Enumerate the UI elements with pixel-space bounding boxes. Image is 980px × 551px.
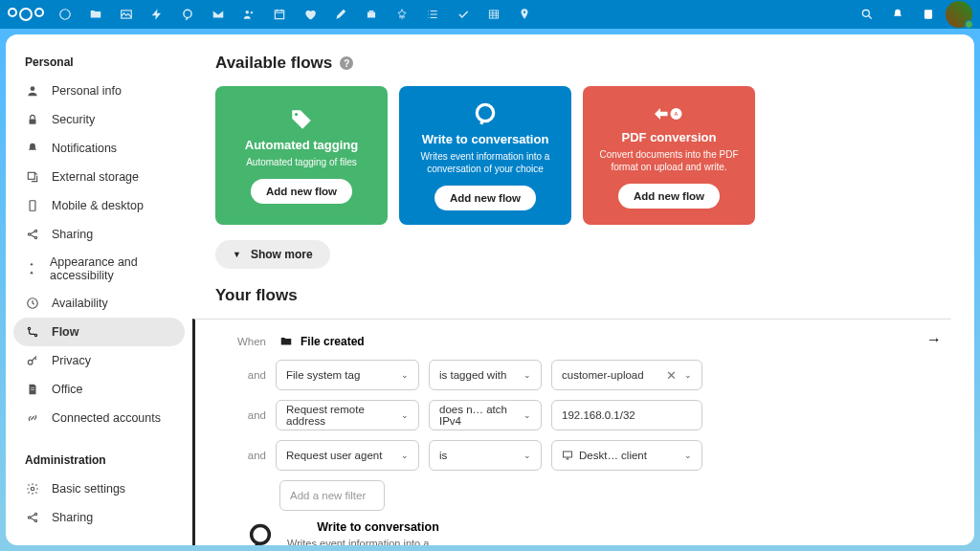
top-bar: [0, 0, 980, 29]
condition-row: and File system tag⌄ is tagged with⌄ cus…: [234, 360, 932, 390]
condition-field-select[interactable]: Request remote address⌄: [276, 400, 419, 430]
svg-point-11: [31, 86, 35, 91]
flow-icon: [25, 324, 40, 340]
svg-rect-23: [31, 387, 34, 388]
tag-icon: [289, 107, 314, 132]
sidebar-item-availability[interactable]: Availability: [13, 289, 185, 318]
contacts-icon[interactable]: [234, 0, 264, 29]
share-icon: [25, 227, 40, 242]
mobile-icon: [25, 198, 40, 213]
condition-value-input[interactable]: 192.168.0.1/32: [551, 400, 702, 430]
forms-icon[interactable]: [387, 0, 417, 29]
condition-op-select[interactable]: is tagged with⌄: [429, 360, 542, 390]
flow-card-write-conversation: Write to conversation Writes event infor…: [399, 86, 571, 225]
document-icon: [25, 382, 40, 397]
user-avatar[interactable]: [946, 1, 972, 28]
list-icon[interactable]: [417, 0, 448, 29]
condition-field-select[interactable]: File system tag⌄: [276, 360, 419, 390]
folder-icon: [279, 335, 293, 348]
svg-rect-10: [924, 10, 932, 18]
condition-field-select[interactable]: Request user agent⌄: [276, 440, 419, 471]
svg-rect-12: [30, 119, 36, 123]
svg-point-15: [28, 233, 30, 235]
notifications-icon[interactable]: [884, 1, 911, 28]
settings-sidebar: Personal Personal info Security Notifica…: [6, 34, 192, 545]
condition-op-select[interactable]: does n… atch IPv4⌄: [429, 400, 542, 430]
svg-point-20: [28, 327, 30, 329]
trigger-file-created: File created: [279, 335, 365, 348]
notes-icon[interactable]: [325, 0, 356, 29]
svg-point-21: [34, 334, 36, 336]
sidebar-item-appearance[interactable]: Appearance and accessibility: [13, 249, 185, 289]
svg-point-0: [60, 10, 71, 20]
activity-icon[interactable]: [142, 0, 172, 29]
svg-point-25: [31, 487, 34, 491]
mail-icon[interactable]: [203, 0, 234, 29]
talk-icon: [473, 101, 498, 126]
main-content: Available flows? Automated tagging Autom…: [192, 34, 974, 545]
svg-point-2: [184, 10, 191, 17]
accessibility-icon: [25, 261, 38, 276]
sidebar-item-notifications[interactable]: Notifications: [13, 134, 185, 163]
svg-point-18: [31, 263, 33, 265]
calendar-icon[interactable]: [264, 0, 295, 29]
svg-point-34: [252, 526, 270, 544]
chevron-down-icon: ⌄: [523, 451, 531, 460]
sidebar-item-connected[interactable]: Connected accounts: [13, 404, 185, 432]
sidebar-item-basic-settings[interactable]: Basic settings: [13, 474, 185, 503]
bell-icon: [25, 141, 40, 156]
svg-point-22: [28, 360, 33, 364]
sidebar-item-admin-sharing[interactable]: Sharing: [13, 503, 185, 532]
search-icon[interactable]: [854, 1, 880, 28]
chevron-down-icon: ⌄: [684, 451, 692, 460]
show-more-button[interactable]: ▼Show more: [215, 240, 330, 269]
clear-icon[interactable]: ✕: [666, 368, 677, 383]
sidebar-item-office[interactable]: Office: [13, 375, 185, 404]
logo[interactable]: [8, 8, 44, 21]
app-nav: [50, 0, 540, 29]
arrow-right-icon[interactable]: →: [926, 331, 942, 348]
sidebar-item-mobile[interactable]: Mobile & desktop: [13, 191, 185, 220]
tables-icon[interactable]: [479, 0, 509, 29]
tasks-icon[interactable]: [448, 0, 479, 29]
svg-point-26: [28, 517, 30, 518]
help-icon[interactable]: ?: [340, 56, 353, 70]
sidebar-item-personal-info[interactable]: Personal info: [13, 77, 185, 105]
condition-op-select[interactable]: is⌄: [429, 440, 542, 471]
available-flows-heading: Available flows?: [215, 54, 951, 73]
contacts-menu-icon[interactable]: [915, 1, 942, 28]
dashboard-icon[interactable]: [50, 0, 80, 29]
lock-icon: [25, 112, 40, 127]
svg-rect-24: [31, 389, 34, 390]
condition-value-select[interactable]: Deskt… client⌄: [551, 440, 702, 471]
add-flow-button[interactable]: Add new flow: [251, 179, 352, 204]
gear-icon: [25, 481, 40, 496]
svg-point-16: [34, 230, 36, 231]
user-icon: [25, 83, 40, 99]
photos-icon[interactable]: [111, 0, 142, 29]
svg-rect-6: [368, 12, 375, 18]
svg-point-3: [246, 11, 250, 13]
add-flow-button[interactable]: Add new flow: [618, 184, 720, 209]
sidebar-item-external-storage[interactable]: External storage: [13, 163, 185, 191]
chevron-down-icon: ▼: [233, 250, 241, 259]
chevron-down-icon: ⌄: [401, 451, 409, 460]
flow-action: Write to conversation Writes event infor…: [245, 520, 932, 545]
health-icon[interactable]: [295, 0, 325, 29]
top-right: [854, 1, 972, 28]
sidebar-section-admin: Administration: [13, 448, 185, 473]
talk-icon[interactable]: [172, 0, 203, 29]
action-title: Write to conversation: [287, 520, 469, 534]
add-flow-button[interactable]: Add new flow: [434, 186, 536, 210]
external-icon: [25, 169, 40, 185]
maps-icon[interactable]: [509, 0, 540, 29]
svg-point-29: [295, 113, 298, 116]
deck-icon[interactable]: [356, 0, 387, 29]
sidebar-item-security[interactable]: Security: [13, 105, 185, 134]
sidebar-item-flow[interactable]: Flow: [13, 318, 185, 346]
sidebar-item-sharing[interactable]: Sharing: [13, 220, 185, 249]
add-filter-input[interactable]: Add a new filter: [279, 480, 385, 511]
files-icon[interactable]: [80, 0, 111, 29]
condition-value-select[interactable]: customer-upload✕⌄: [551, 360, 702, 390]
sidebar-item-privacy[interactable]: Privacy: [13, 346, 185, 375]
